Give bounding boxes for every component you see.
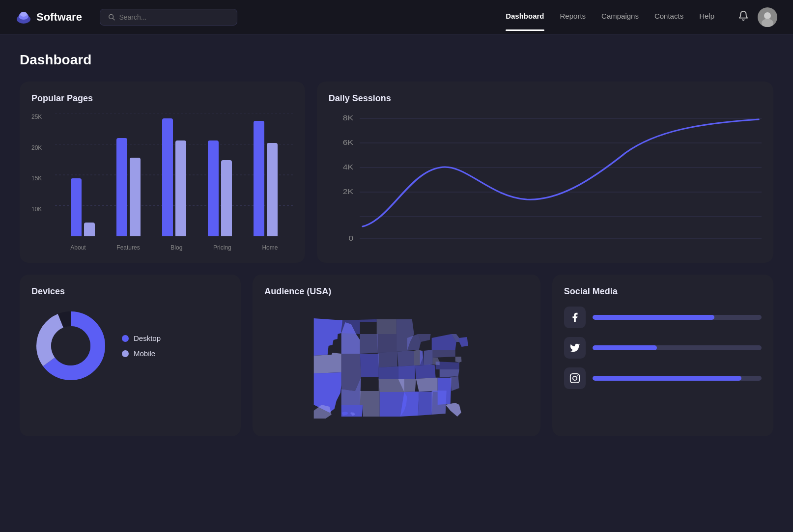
svg-text:6K: 6K (343, 139, 354, 146)
legend-desktop-dot (122, 335, 129, 342)
bar-group-about (71, 178, 95, 236)
avatar-image (758, 7, 777, 27)
y-labels: 25K 20K 15K 10K (31, 113, 42, 236)
twitter-icon (569, 342, 580, 353)
social-row-facebook (564, 307, 762, 328)
social-row-instagram (564, 367, 762, 389)
nav-contacts[interactable]: Contacts (654, 12, 683, 22)
svg-line-4 (113, 18, 114, 20)
legend-mobile-dot (122, 350, 129, 357)
popular-pages-card: Popular Pages 25K 20K 15K 10K (20, 82, 305, 263)
bar-group-home (254, 121, 278, 236)
bar-pricing-primary (208, 140, 219, 236)
facebook-icon (569, 312, 580, 323)
nav-reports[interactable]: Reports (560, 12, 586, 22)
usa-map (264, 307, 528, 424)
x-labels: About Features Blog Pricing Home (55, 244, 293, 251)
nav-help[interactable]: Help (699, 12, 714, 22)
devices-title: Devices (31, 286, 229, 297)
svg-point-6 (764, 12, 771, 19)
social-media-card: Social Media (552, 275, 773, 436)
daily-sessions-chart: 8K 6K 4K 2K 0 (329, 113, 762, 251)
bar-blog-secondary (175, 140, 186, 236)
bars-container (55, 113, 293, 236)
legend-mobile: Mobile (122, 349, 161, 358)
bar-home-secondary (267, 143, 278, 236)
search-bar[interactable] (100, 9, 237, 26)
social-rows (564, 307, 762, 389)
brand: Software (16, 9, 82, 25)
audience-card: Audience (USA) (253, 275, 540, 436)
svg-point-27 (51, 326, 90, 365)
facebook-bar-track (593, 315, 762, 320)
nav-links: Dashboard Reports Campaigns Contacts Hel… (506, 12, 714, 22)
svg-point-29 (573, 376, 577, 380)
bar-home-primary (254, 121, 264, 236)
legend-desktop-label: Desktop (134, 334, 161, 342)
bar-features-primary (116, 138, 127, 236)
twitter-bar-track (593, 345, 762, 350)
popular-pages-chart: 25K 20K 15K 10K (31, 113, 293, 251)
devices-legend: Desktop Mobile (122, 334, 161, 358)
search-icon (108, 13, 115, 21)
svg-point-2 (20, 12, 27, 17)
audience-title: Audience (USA) (264, 286, 528, 297)
donut-chart (31, 307, 110, 385)
facebook-icon-box (564, 307, 586, 328)
twitter-bar-fill (593, 345, 657, 350)
bar-group-blog (162, 118, 186, 236)
donut-section: Desktop Mobile (31, 307, 229, 385)
bar-about-secondary (84, 223, 95, 236)
search-input[interactable] (119, 13, 228, 21)
instagram-bar-fill (593, 376, 741, 381)
bottom-row: Devices Desktop (20, 275, 773, 436)
svg-text:4K: 4K (343, 164, 354, 171)
nav-campaigns[interactable]: Campaigns (601, 12, 639, 22)
legend-mobile-label: Mobile (134, 349, 155, 358)
svg-text:0: 0 (348, 235, 353, 242)
nav-actions (738, 7, 777, 27)
bar-blog-primary (162, 118, 173, 236)
notifications-button[interactable] (738, 10, 749, 24)
social-media-title: Social Media (564, 286, 762, 297)
brand-name: Software (36, 11, 82, 24)
svg-text:2K: 2K (343, 188, 354, 196)
legend-desktop: Desktop (122, 334, 161, 342)
bar-pricing-secondary (221, 160, 232, 236)
svg-point-30 (577, 375, 578, 376)
popular-pages-title: Popular Pages (31, 93, 293, 104)
bar-about-primary (71, 178, 82, 236)
page-title: Dashboard (20, 52, 773, 68)
daily-sessions-title: Daily Sessions (329, 93, 762, 104)
main-content: Dashboard Popular Pages 25K 20K 15K 10K (0, 34, 793, 454)
line-chart-svg: 8K 6K 4K 2K 0 (329, 113, 762, 251)
brand-icon (16, 9, 31, 25)
top-row: Popular Pages 25K 20K 15K 10K (20, 82, 773, 263)
bar-group-pricing (208, 140, 232, 236)
instagram-icon-box (564, 367, 586, 389)
bell-icon (738, 10, 749, 21)
twitter-icon-box (564, 337, 586, 359)
svg-text:8K: 8K (343, 114, 354, 122)
facebook-bar-fill (593, 315, 714, 320)
bar-group-features (116, 138, 141, 236)
bar-features-secondary (130, 158, 141, 236)
navbar: Software Dashboard Reports Campaigns Con… (0, 0, 793, 34)
instagram-icon (569, 373, 580, 384)
social-row-twitter (564, 337, 762, 359)
usa-map-container (264, 307, 528, 424)
daily-sessions-card: Daily Sessions 8K 6K 4K 2K 0 (317, 82, 773, 263)
avatar[interactable] (758, 7, 777, 27)
devices-card: Devices Desktop (20, 275, 241, 436)
instagram-bar-track (593, 376, 762, 381)
svg-rect-28 (570, 374, 579, 383)
nav-dashboard[interactable]: Dashboard (506, 12, 544, 22)
